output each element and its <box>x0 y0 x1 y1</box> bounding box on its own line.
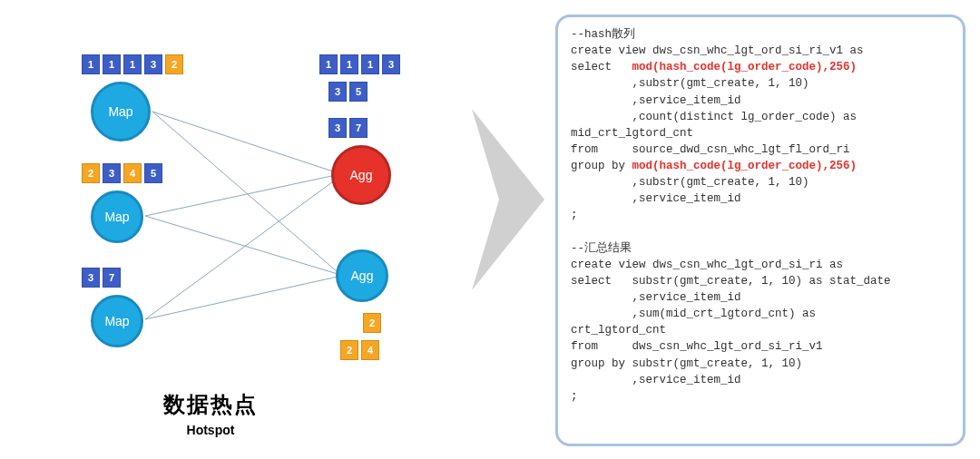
node-label: Map <box>104 210 129 224</box>
arrow-right-icon <box>472 109 544 290</box>
chips-map1: 11132 <box>82 54 183 74</box>
data-chip: 7 <box>349 118 368 138</box>
code-line: ,substr(gmt_create, 1, 10) <box>571 77 809 90</box>
data-flow-diagram: Map Map Map Agg Agg 11132 2345 37 1113 3… <box>54 27 463 417</box>
chips-map3: 37 <box>82 268 121 288</box>
chips-agg1-r2: 35 <box>328 82 368 102</box>
caption-en: Hotspot <box>163 423 258 437</box>
code-line: ,sum(mid_crt_lgtord_cnt) as <box>571 308 816 320</box>
code-comment: --hash散列 <box>571 28 635 41</box>
svg-line-0 <box>152 112 336 172</box>
code-line: create view dws_csn_whc_lgt_ord_si_ri_v1… <box>571 44 864 57</box>
chips-agg2-r2: 24 <box>340 340 379 360</box>
code-line: select substr(gmt_create, 1, 10) as stat… <box>571 275 891 288</box>
code-line: create view dws_csn_whc_lgt_ord_si_ri as <box>571 259 843 271</box>
svg-marker-6 <box>472 109 544 290</box>
data-chip: 7 <box>103 268 121 288</box>
sql-code-panel: --hash散列 create view dws_csn_whc_lgt_ord… <box>555 15 965 446</box>
code-line: select <box>571 61 632 73</box>
svg-line-1 <box>152 112 338 272</box>
code-line: ,service_item_id <box>571 374 741 386</box>
map-node-2: Map <box>91 190 143 243</box>
code-line: mid_crt_lgtord_cnt <box>571 127 693 140</box>
code-line: group by <box>571 160 632 172</box>
svg-line-5 <box>145 277 338 319</box>
map-node-1: Map <box>91 82 151 142</box>
code-line: ,service_item_id <box>571 192 741 205</box>
data-chip: 2 <box>165 54 183 74</box>
agg-node-2: Agg <box>336 249 388 302</box>
code-line: from dws_csn_whc_lgt_ord_si_ri_v1 <box>571 340 823 353</box>
data-chip: 4 <box>123 163 142 183</box>
code-line: ,service_item_id <box>571 94 741 107</box>
chips-agg2-r1: 2 <box>363 313 381 333</box>
agg-node-1: Agg <box>331 145 391 205</box>
data-chip: 3 <box>328 118 347 138</box>
data-chip: 3 <box>103 163 121 183</box>
code-line: ,count(distinct lg_order_code) as <box>571 111 857 123</box>
chips-agg1-r1: 1113 <box>319 54 400 74</box>
data-chip: 1 <box>82 54 100 74</box>
data-chip: 1 <box>103 54 121 74</box>
chips-agg1-r3: 37 <box>328 118 368 138</box>
data-chip: 4 <box>361 340 379 360</box>
code-line: crt_lgtord_cnt <box>571 324 666 337</box>
code-highlight: mod(hash_code(lg_order_code),256) <box>632 160 858 172</box>
data-chip: 1 <box>123 54 142 74</box>
code-line: ,substr(gmt_create, 1, 10) <box>571 176 809 189</box>
data-chip: 1 <box>361 54 379 74</box>
node-label: Map <box>104 314 129 328</box>
sql-code: --hash散列 create view dws_csn_whc_lgt_ord… <box>571 26 950 405</box>
data-chip: 3 <box>144 54 162 74</box>
data-chip: 3 <box>82 268 100 288</box>
code-line: group by substr(gmt_create, 1, 10) <box>571 357 802 370</box>
chips-map2: 2345 <box>82 163 162 183</box>
caption-cn: 数据热点 <box>163 390 258 419</box>
node-label: Map <box>108 104 132 119</box>
data-chip: 2 <box>82 163 100 183</box>
map-node-3: Map <box>91 295 143 347</box>
data-chip: 2 <box>363 313 381 333</box>
node-label: Agg <box>351 269 374 283</box>
data-chip: 3 <box>382 54 400 74</box>
node-label: Agg <box>350 168 373 182</box>
data-chip: 5 <box>144 163 162 183</box>
code-line: ; <box>571 209 578 221</box>
svg-line-2 <box>145 175 336 216</box>
svg-line-4 <box>145 180 336 319</box>
code-line: from source_dwd_csn_whc_lgt_fl_ord_ri <box>571 143 850 156</box>
data-chip: 1 <box>319 54 338 74</box>
data-chip: 3 <box>328 82 347 102</box>
code-line: ,service_item_id <box>571 291 741 304</box>
svg-line-3 <box>145 216 338 274</box>
code-comment: --汇总结果 <box>571 242 632 255</box>
data-chip: 5 <box>349 82 368 102</box>
diagram-caption: 数据热点 Hotspot <box>163 390 258 437</box>
data-chip: 1 <box>340 54 358 74</box>
code-highlight: mod(hash_code(lg_order_code),256) <box>632 61 858 73</box>
data-chip: 2 <box>340 340 358 360</box>
code-line: ; <box>571 390 578 403</box>
